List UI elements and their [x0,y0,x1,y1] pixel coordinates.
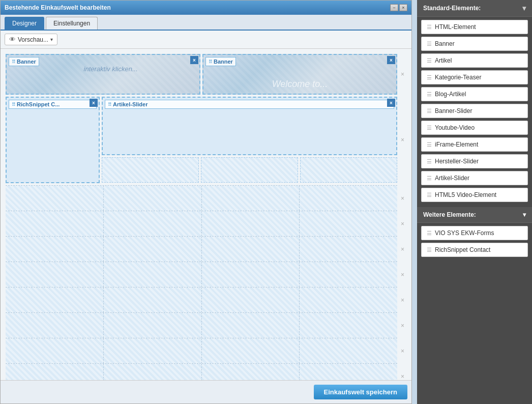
panel-item-banner-slider[interactable]: Banner-Slider [421,104,528,118]
empty-cell-9-2 [104,338,202,363]
weitere-section-arrow: ▾ [523,211,526,218]
empty-cell-3-3 [202,186,300,211]
standard-section-header: Standard-Elemente: ▾ [417,0,532,17]
empty-row-8 [6,312,397,338]
canvas-area[interactable]: + ⠿ Banner × interaktiv klicken... ⠿ Ban… [1,49,411,380]
richsnippet-label-text: RichSnippet C... [17,101,60,107]
empty-cell-4-3 [202,211,300,236]
panel-item-youtube-video[interactable]: Youtube-Video [421,121,528,135]
weitere-section-label: Weitere Elemente: [423,211,476,218]
empty-cell-4-4 [300,211,397,236]
empty-cell-3-4 [300,186,397,211]
drag-handle-3: ⠿ [12,102,15,107]
row2-remove-icon: × [401,136,404,143]
canvas-inner: + ⠿ Banner × interaktiv klicken... ⠿ Ban… [1,49,411,380]
empty-cell-7-1 [6,287,104,312]
mini-cell-1 [102,157,199,183]
richsnippet-cell: ⠿ RichSnippet C... × [6,97,100,183]
empty-cell-9-1 [6,338,104,363]
standard-section-label: Standard-Elemente: [423,5,481,12]
panel-item-artikel-slider[interactable]: Artikel-Slider [421,171,528,185]
panel-item-html5-video[interactable]: HTML5 Video-Element [421,188,528,202]
empty-cell-10-4 [300,364,397,380]
banner1-label-text: Banner [17,59,36,65]
empty-row-5 [6,236,397,262]
empty-cell-6-1 [6,262,104,287]
empty-cell-7-2 [104,287,202,312]
interaktiv-text-1: interaktiv klicken... [84,65,138,73]
panel-item-richsnippet-contact[interactable]: RichSnippet Contact [421,243,528,257]
empty-cell-10-3 [202,364,300,380]
empty-cell-10-2 [104,364,202,380]
banner-cell-1: ⠿ Banner × interaktiv klicken... [6,54,200,95]
empty-cell-5-1 [6,237,104,262]
panel-item-blog-artikel[interactable]: Blog-Artikel [421,87,528,101]
panel-item-hersteller-slider[interactable]: Hersteller-Slider [421,154,528,168]
empty-row-9 [6,338,397,363]
empty-grid: + + [6,185,397,380]
artikel-slider-cell: ⠿ Artikel-Slider × [102,97,397,155]
tabs-bar: Designer Einstellungen [1,15,411,31]
standard-items-list: HTML-Element Banner Artikel Kategorie-Te… [417,17,532,205]
artikel-slider-close-button[interactable]: × [387,99,395,107]
empty-cell-8-4 [300,313,397,338]
empty-row-10 [6,363,397,380]
tab-settings[interactable]: Einstellungen [46,17,98,30]
empty-cell-4-1 [6,211,104,236]
banner-cell-2: ⠿ Banner × Welcome to... [202,54,397,95]
banner2-label: ⠿ Banner [205,57,236,66]
empty-cell-6-3 [202,262,300,287]
drag-handle-4: ⠿ [108,102,111,107]
banner1-close-button[interactable]: × [190,56,198,64]
empty-row-3 [6,185,397,211]
panel-item-kategorie-teaser[interactable]: Kategorie-Teaser [421,70,528,84]
panel-item-banner[interactable]: Banner [421,37,528,51]
preview-button[interactable]: 👁 Vorschau... ▾ [5,34,57,45]
mini-cell-3 [300,157,397,183]
right-panel: Standard-Elemente: ▾ HTML-Element Banner… [417,0,532,404]
minimize-button[interactable]: − [390,4,398,11]
empty-cell-8-1 [6,313,104,338]
mini-cells-row [102,157,397,183]
panel-item-iframe-element[interactable]: iFrame-Element [421,137,528,152]
artikel-slider-label-text: Artikel-Slider [113,101,147,107]
banner1-label: ⠿ Banner [9,57,39,66]
richsnippet-label: ⠿ RichSnippet C... [9,100,97,109]
empty-cell-8-2 [104,313,202,338]
tab-designer[interactable]: Designer [5,17,44,30]
welcome-overlay-text: Welcome to... [272,79,328,90]
panel-item-artikel[interactable]: Artikel [421,53,528,68]
main-dialog: Bestehende Einkaufswelt bearbeiten − × D… [0,0,412,404]
empty-cell-5-3 [202,237,300,262]
dialog-footer: Einkaufswelt speichern [1,380,411,403]
eye-icon: 👁 [9,36,16,43]
empty-cell-6-2 [104,262,202,287]
empty-row-4 [6,211,397,236]
empty-cell-5-4 [300,237,397,262]
empty-cell-9-3 [202,338,300,363]
richsnippet-close-button[interactable]: × [90,99,98,107]
dialog-titlebar: Bestehende Einkaufswelt bearbeiten − × [1,1,411,15]
drag-handle-2: ⠿ [209,59,212,65]
preview-bar: 👁 Vorschau... ▾ [1,31,411,49]
empty-cell-3-2 [104,186,202,211]
empty-cell-10-1 [6,364,104,380]
empty-cell-5-2 [104,237,202,262]
banner2-close-button[interactable]: × [387,56,395,64]
empty-cell-4-2 [104,211,202,236]
panel-item-viosys[interactable]: VIO SYS EKW-Forms [421,226,528,240]
mini-cell-2 [201,157,298,183]
empty-cell-3-1 [6,186,104,211]
dialog-title: Bestehende Einkaufswelt bearbeiten [5,4,111,11]
save-button[interactable]: Einkaufswelt speichern [314,385,408,399]
empty-cell-7-4 [300,287,397,312]
empty-cell-7-3 [202,287,300,312]
row1-remove-icon: × [401,71,404,78]
empty-cell-6-4 [300,262,397,287]
weitere-section-header: Weitere Elemente: ▾ [417,207,532,223]
panel-item-html-element[interactable]: HTML-Element [421,20,528,34]
artikel-slider-label: ⠿ Artikel-Slider [105,100,394,109]
close-button[interactable]: × [399,4,407,11]
preview-dropdown-arrow: ▾ [50,37,53,42]
empty-row-7 [6,287,397,312]
